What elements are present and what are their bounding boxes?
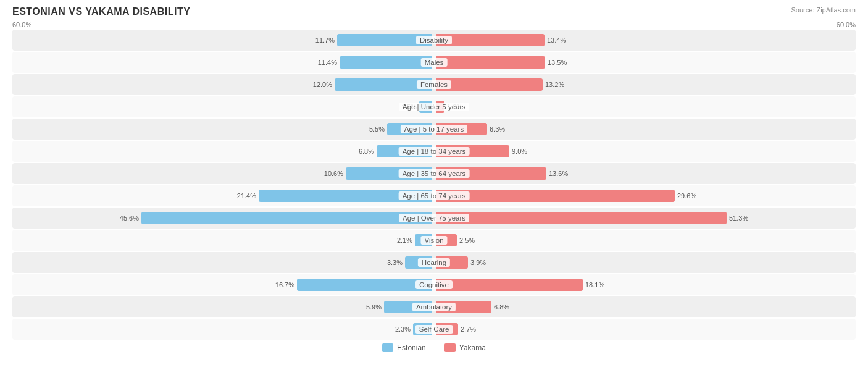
legend-yakama: Yakama	[444, 343, 486, 352]
right-bar	[436, 34, 545, 46]
legend-yakama-label: Yakama	[459, 343, 486, 352]
legend-estonian-box	[382, 343, 393, 352]
table-row: 6.8%Age | 18 to 34 years9.0%	[12, 141, 856, 162]
right-value: 51.3%	[729, 214, 748, 222]
left-value: 11.4%	[318, 59, 337, 66]
legend: Estonian Yakama	[12, 343, 856, 352]
x-axis: 60.0% 60.0%	[12, 21, 856, 28]
left-bar	[297, 279, 432, 291]
right-value: 2.7%	[461, 326, 476, 333]
left-value: 5.5%	[369, 125, 385, 133]
table-row: 1.5%Age | Under 5 years1.0%	[12, 96, 856, 117]
right-side: 29.6%	[434, 185, 696, 206]
table-row: 21.4%Age | 65 to 74 years29.6%	[12, 185, 856, 206]
left-bar	[340, 56, 432, 69]
center-label: Ambulatory	[412, 303, 456, 311]
right-side: 13.5%	[434, 52, 567, 73]
right-side: 13.4%	[434, 30, 566, 51]
legend-yakama-box	[444, 343, 456, 352]
right-bar	[436, 212, 727, 224]
center-label: Females	[417, 80, 451, 89]
center-label: Vision	[420, 236, 447, 245]
legend-estonian-label: Estonian	[397, 343, 426, 352]
left-value: 5.9%	[366, 303, 382, 311]
table-row: 2.1%Vision2.5%	[12, 230, 856, 251]
table-row: 16.7%Cognitive18.1%	[12, 274, 856, 295]
left-value: 11.7%	[315, 36, 335, 44]
left-side: 45.6%	[120, 208, 434, 229]
right-value: 2.5%	[459, 237, 475, 244]
left-value: 45.6%	[120, 214, 139, 222]
x-axis-left: 60.0%	[12, 21, 31, 28]
left-value: 16.7%	[275, 281, 294, 288]
table-row: 45.6%Age | Over 75 years51.3%	[12, 208, 856, 229]
center-label: Age | 18 to 34 years	[399, 147, 470, 156]
center-label: Disability	[416, 36, 452, 44]
right-value: 13.5%	[548, 59, 567, 66]
left-side: 12.0%	[313, 74, 434, 95]
center-label: Hearing	[418, 258, 450, 267]
left-value: 2.1%	[397, 237, 412, 244]
right-value: 18.1%	[585, 281, 604, 288]
table-row: 11.7%Disability13.4%	[12, 30, 856, 51]
left-value: 12.0%	[313, 81, 332, 88]
table-row: 3.3%Hearing3.9%	[12, 252, 856, 273]
center-label: Cognitive	[415, 280, 453, 289]
left-value: 2.3%	[395, 326, 411, 333]
left-value: 10.6%	[324, 170, 343, 177]
right-value: 3.9%	[470, 259, 486, 266]
left-bar	[141, 212, 432, 224]
left-value: 3.3%	[387, 259, 403, 266]
right-value: 13.2%	[545, 81, 564, 88]
center-label: Age | 5 to 17 years	[401, 125, 467, 133]
center-label: Age | 35 to 64 years	[399, 169, 470, 178]
table-row: 10.6%Age | 35 to 64 years13.6%	[12, 163, 856, 184]
center-label: Age | Over 75 years	[399, 214, 469, 222]
right-side: 13.2%	[434, 74, 564, 95]
right-side: 51.3%	[434, 208, 748, 229]
chart-container: ESTONIAN VS YAKAMA DISABILITY Source: Zi…	[0, 0, 868, 378]
table-row: 2.3%Self-Care2.7%	[12, 319, 856, 340]
chart-area: 11.7%Disability13.4%11.4%Males13.5%12.0%…	[12, 30, 856, 340]
table-row: 5.5%Age | 5 to 17 years6.3%	[12, 119, 856, 140]
left-value: 21.4%	[237, 192, 256, 200]
right-value: 6.3%	[490, 125, 505, 133]
x-axis-right: 60.0%	[837, 21, 856, 28]
right-value: 13.4%	[547, 36, 566, 44]
right-bar	[436, 56, 545, 69]
right-side: 18.1%	[434, 274, 604, 295]
source-label: Source: ZipAtlas.com	[791, 6, 856, 14]
right-value: 29.6%	[677, 192, 696, 200]
right-bar	[436, 78, 543, 91]
table-row: 12.0%Females13.2%	[12, 74, 856, 95]
left-value: 6.8%	[359, 148, 374, 155]
right-value: 6.8%	[494, 303, 509, 311]
center-label: Age | 65 to 74 years	[399, 191, 470, 200]
center-label: Self-Care	[415, 325, 453, 334]
center-label: Age | Under 5 years	[399, 103, 469, 111]
right-value: 9.0%	[512, 148, 527, 155]
table-row: 5.9%Ambulatory6.8%	[12, 296, 856, 317]
right-bar	[436, 190, 675, 202]
center-label: Males	[421, 58, 448, 67]
chart-title: ESTONIAN VS YAKAMA DISABILITY	[12, 6, 856, 17]
left-side: 11.4%	[318, 52, 434, 73]
left-side: 16.7%	[275, 274, 434, 295]
right-bar	[436, 279, 583, 291]
legend-estonian: Estonian	[382, 343, 426, 352]
right-value: 13.6%	[549, 170, 568, 177]
table-row: 11.4%Males13.5%	[12, 52, 856, 73]
